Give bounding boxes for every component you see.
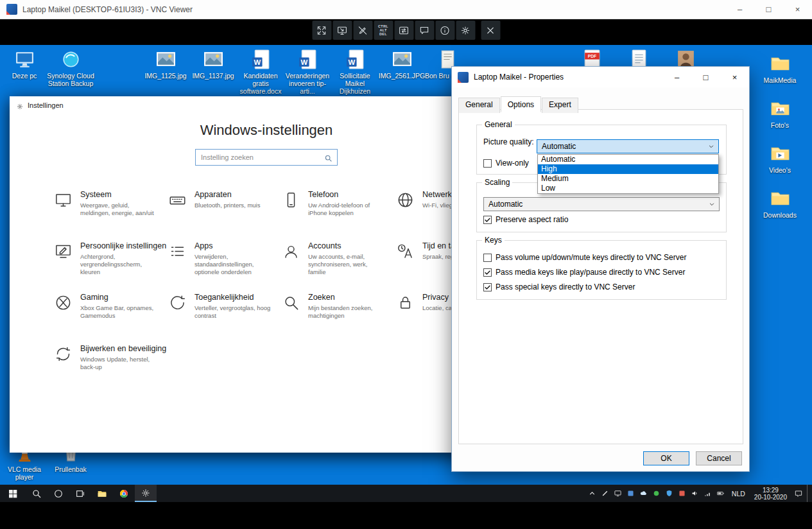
language-indicator[interactable]: NLD	[729, 490, 748, 498]
desktop-icon-img-1137[interactable]: IMG_1137.jpg	[189, 48, 237, 80]
accessibility-icon	[169, 294, 186, 311]
network-icon[interactable]	[703, 489, 713, 499]
settings-category-telefoon[interactable]: TelefoonUw Android-telefoon of iPhone ko…	[282, 190, 398, 217]
file-transfer-button[interactable]	[394, 21, 413, 40]
screenshot-button[interactable]	[333, 21, 352, 40]
minimize-button[interactable]: –	[662, 67, 691, 87]
show-desktop-button[interactable]	[807, 485, 810, 502]
desktop-icon-img-1125[interactable]: IMG_1125.jpg	[142, 48, 189, 80]
pen-off-icon	[358, 25, 368, 36]
unchecked-checkbox-icon	[483, 254, 492, 262]
green-status-icon[interactable]	[652, 489, 662, 499]
desktop-icon-label: Deze pc	[12, 72, 37, 80]
desktop-icon-deze-pc[interactable]: Deze pc	[1, 48, 48, 80]
category-title: Apps	[194, 241, 272, 250]
scaling-select[interactable]: Automatic	[483, 197, 720, 211]
search-icon	[31, 489, 42, 499]
minimize-button[interactable]: –	[725, 0, 754, 19]
category-text: AppsVerwijderen, standaardinstellingen, …	[194, 241, 272, 276]
desktop-icon-videos[interactable]: Video's	[756, 143, 804, 174]
devices-icon	[169, 191, 186, 209]
pen-icon[interactable]	[600, 489, 610, 499]
file-explorer-taskbar-button[interactable]	[91, 485, 113, 502]
maximize-button[interactable]: □	[754, 0, 783, 19]
word-icon: W	[297, 48, 318, 70]
keys-checkbox-3[interactable]: Pass special keys directly to VNC Server	[483, 282, 635, 291]
dropdown-option-medium[interactable]: Medium	[538, 174, 718, 184]
tab-general[interactable]: General	[458, 98, 500, 113]
hidden-icons-caret-icon[interactable]	[587, 489, 598, 499]
keys-checkbox-1[interactable]: Pass volume up/down/mute keys directly t…	[483, 253, 686, 262]
maximize-button[interactable]: □	[691, 67, 720, 87]
dropdown-option-low[interactable]: Low	[538, 184, 718, 193]
preserve-aspect-ratio-checkbox[interactable]: Preserve aspect ratio	[483, 215, 568, 224]
view-only-checkbox[interactable]: View-only	[483, 159, 529, 168]
ok-button[interactable]: OK	[643, 451, 689, 465]
desktop-icon-sollicitatie[interactable]: WSollicitatie Maikel Dijkhuizen gem...	[331, 48, 379, 103]
blue-app-icon[interactable]	[626, 489, 636, 499]
settings-category-apparaten[interactable]: ApparatenBluetooth, printers, muis	[169, 190, 284, 209]
desktop-icon-downloads[interactable]: Downloads	[756, 187, 804, 219]
dialog-titlebar: Laptop Maikel - Properties – □ ×	[452, 67, 749, 87]
svg-text:W: W	[300, 58, 307, 66]
settings-category-apps[interactable]: AppsVerwijderen, standaardinstellingen, …	[169, 241, 284, 276]
chat-button[interactable]	[415, 21, 434, 40]
clock-time: 13:29	[763, 487, 779, 494]
desktop-icon-maikmedia[interactable]: MaikMedia	[756, 53, 804, 84]
settings-category-systeem[interactable]: SysteemWeergave, geluid, meldingen, ener…	[55, 190, 170, 217]
onedrive-icon[interactable]	[639, 489, 649, 499]
chrome-taskbar-button[interactable]	[113, 485, 135, 502]
picture-quality-select[interactable]: Automatic	[537, 139, 719, 153]
security-shield-icon[interactable]	[664, 489, 675, 499]
accounts-icon	[282, 243, 300, 260]
gaming-icon	[55, 294, 72, 311]
red-app-icon[interactable]	[677, 489, 687, 499]
word-icon: W	[250, 48, 272, 70]
fullscreen-button[interactable]	[312, 21, 331, 40]
start-taskbar-button[interactable]	[0, 485, 26, 502]
settings-taskbar-button[interactable]	[135, 485, 157, 502]
dropdown-option-high[interactable]: High	[538, 164, 718, 174]
pen-off-button[interactable]	[353, 21, 372, 40]
picture-quality-label: Picture quality:	[483, 137, 534, 146]
close-button[interactable]: ×	[783, 0, 812, 19]
action-center-icon[interactable]	[793, 489, 804, 499]
desktop-icon-img-2561[interactable]: IMG_2561.JPG	[378, 48, 426, 80]
settings-search-input[interactable]	[196, 153, 324, 161]
desktop-icon-label: Veranderingen invoeren tip-arti...	[284, 72, 331, 95]
tab-options[interactable]: Options	[501, 96, 541, 112]
settings-heading: Windows-instellingen	[10, 122, 523, 139]
settings-category-bijwerken-en-beveiliging[interactable]: Bijwerken en beveiligingWindows Update, …	[55, 344, 170, 371]
desktop-icon-fotos[interactable]: Foto's	[756, 98, 804, 129]
category-title: Accounts	[308, 241, 385, 250]
monitor-icon[interactable]	[613, 489, 623, 499]
task-view-taskbar-button[interactable]	[69, 485, 91, 502]
close-connection-button[interactable]	[481, 21, 500, 40]
taskbar: NLD 13:29 20-10-2020	[0, 485, 812, 502]
settings-category-zoeken[interactable]: ZoekenMijn bestanden zoeken, machtiginge…	[282, 293, 398, 320]
category-text: Bijwerken en beveiligingWindows Update, …	[80, 344, 166, 371]
settings-category-persoonlijke-instellingen[interactable]: Persoonlijke instellingenAchtergrond, ve…	[55, 241, 170, 276]
task-view-icon	[75, 489, 85, 499]
settings-category-gaming[interactable]: GamingXbox Game Bar, opnames, Gamemodus	[55, 293, 170, 320]
desktop-icon-synology-cloud-station-backup[interactable]: Synology Cloud Station Backup	[47, 48, 94, 87]
battery-icon[interactable]	[716, 489, 726, 499]
settings-category-accounts[interactable]: AccountsUw accounts, e-mail, synchronise…	[282, 241, 398, 276]
desktop-icon-veranderingen[interactable]: WVeranderingen invoeren tip-arti...	[284, 48, 331, 95]
clock[interactable]: 13:29 20-10-2020	[751, 487, 790, 501]
session-info-button[interactable]	[435, 21, 454, 40]
desktop-icon-label: Synology Cloud Station Backup	[47, 72, 94, 87]
ctrl-alt-del-button[interactable]: CTRLALTDEL	[374, 21, 393, 40]
search-taskbar-button[interactable]	[26, 485, 48, 502]
scaling-group-label: Scaling	[482, 178, 512, 187]
close-button[interactable]: ×	[720, 67, 749, 87]
tab-expert[interactable]: Expert	[542, 98, 578, 113]
properties-button[interactable]	[456, 21, 475, 40]
desktop-icon-kandidaten[interactable]: WKandidaten gratis software.docx	[237, 48, 284, 95]
settings-category-toegankelijkheid[interactable]: ToegankelijkheidVerteller, vergrootglas,…	[169, 293, 284, 320]
cortana-taskbar-button[interactable]	[48, 485, 69, 502]
dropdown-option-automatic[interactable]: Automatic	[538, 155, 718, 164]
speaker-icon[interactable]	[690, 489, 700, 499]
keys-checkbox-2[interactable]: Pass media keys like play/pause directly…	[483, 268, 685, 277]
cancel-button[interactable]: Cancel	[696, 451, 742, 465]
